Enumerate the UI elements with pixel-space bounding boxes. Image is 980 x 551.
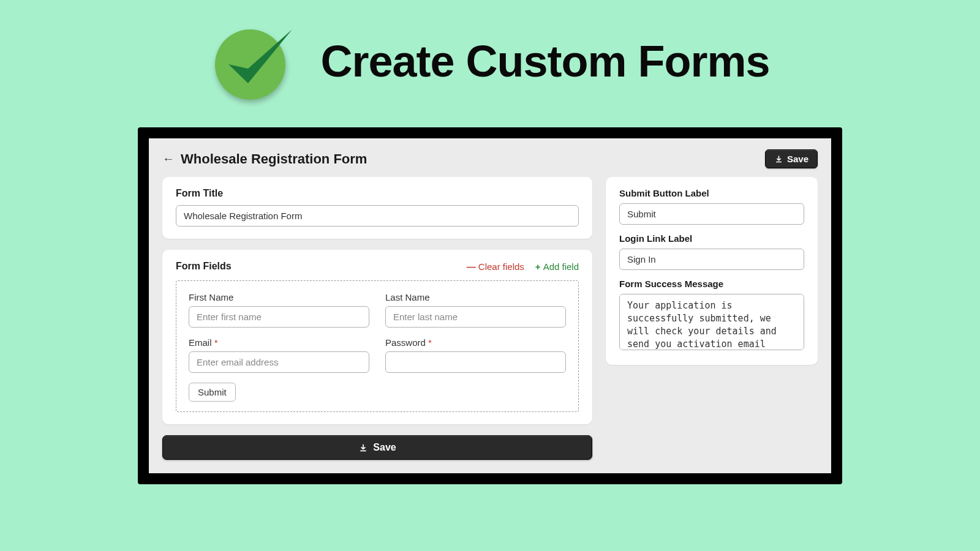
clear-fields-button[interactable]: — Clear fields <box>467 261 524 272</box>
save-button-bottom-label: Save <box>373 442 396 453</box>
login-link-label-heading: Login Link Label <box>619 233 804 244</box>
topbar: ← Wholesale Registration Form Save <box>162 147 818 177</box>
email-input[interactable] <box>189 351 369 373</box>
field-label-last-name: Last Name <box>385 292 566 302</box>
app-window-frame: ← Wholesale Registration Form Save Form … <box>138 127 842 484</box>
checkmark-badge <box>210 18 296 104</box>
plus-icon: + <box>535 261 541 272</box>
password-input[interactable] <box>385 351 566 373</box>
field-label-password: Password * <box>385 337 566 348</box>
submit-preview-button[interactable]: Submit <box>189 383 236 402</box>
login-link-label-input[interactable] <box>619 249 804 270</box>
save-icon <box>358 443 368 452</box>
form-title-label: Form Title <box>176 188 579 199</box>
hero-banner: Create Custom Forms <box>0 0 980 116</box>
add-field-button[interactable]: + Add field <box>535 261 579 272</box>
add-field-label: Add field <box>543 261 579 272</box>
save-button-top[interactable]: Save <box>765 149 818 168</box>
form-fields-card: Form Fields — Clear fields + Add field <box>162 250 592 424</box>
form-fields-preview: First Name Last Name <box>176 280 579 412</box>
minus-icon: — <box>467 261 476 272</box>
save-button-top-label: Save <box>787 154 809 164</box>
back-arrow-icon[interactable]: ← <box>162 152 175 166</box>
hero-title: Create Custom Forms <box>320 36 769 86</box>
success-message-textarea[interactable] <box>619 294 804 350</box>
sidebar-card: Submit Button Label Login Link Label For… <box>606 177 818 365</box>
save-icon <box>774 154 783 163</box>
submit-button-label-heading: Submit Button Label <box>619 188 804 198</box>
first-name-input[interactable] <box>189 306 369 328</box>
save-button-bottom[interactable]: Save <box>162 435 592 460</box>
submit-button-label-input[interactable] <box>619 203 804 225</box>
form-fields-label: Form Fields <box>176 261 232 272</box>
field-label-email: Email * <box>189 337 369 348</box>
field-label-first-name: First Name <box>189 292 369 302</box>
success-message-heading: Form Success Message <box>619 279 804 289</box>
form-title-card: Form Title <box>162 177 592 239</box>
last-name-input[interactable] <box>385 306 566 328</box>
clear-fields-label: Clear fields <box>478 261 524 272</box>
checkmark-icon <box>210 18 296 104</box>
form-title-input[interactable] <box>176 205 579 227</box>
page-title: Wholesale Registration Form <box>181 151 367 167</box>
